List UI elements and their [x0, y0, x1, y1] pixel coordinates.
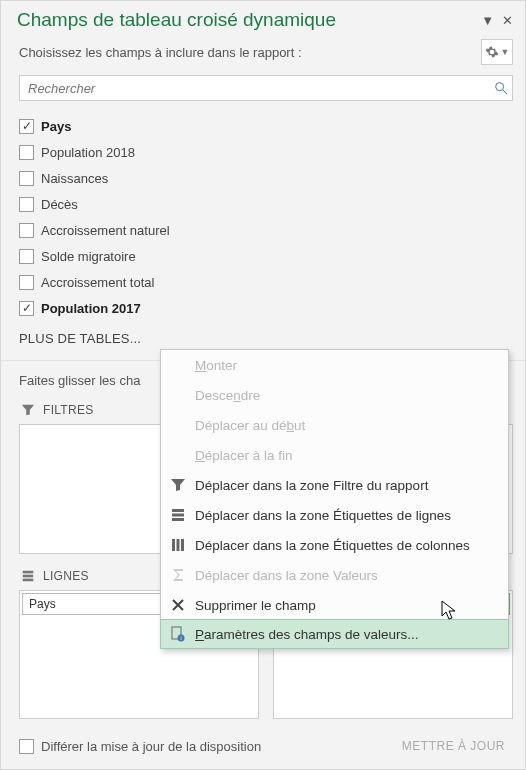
caret-down-icon: ▼: [501, 47, 510, 57]
checkbox-icon[interactable]: [19, 171, 34, 186]
defer-checkbox[interactable]: [19, 739, 34, 754]
field-item-accroissement-naturel[interactable]: Accroissement naturel: [19, 217, 513, 243]
properties-icon: i: [170, 626, 186, 642]
ctx-move-up: Monter: [161, 350, 508, 380]
ctx-value-field-settings[interactable]: iParamètres des champs de valeurs...: [160, 619, 509, 649]
context-menu: Monter Descendre Déplacer au début Dépla…: [160, 349, 509, 649]
svg-rect-8: [172, 509, 184, 512]
svg-rect-5: [23, 570, 34, 573]
close-icon[interactable]: ✕: [502, 13, 513, 28]
gear-icon: [485, 45, 499, 59]
rows-icon: [170, 507, 186, 523]
ctx-move-down: Descendre: [161, 380, 508, 410]
checkbox-icon[interactable]: [19, 301, 34, 316]
ctx-move-end: Déplacer à la fin: [161, 440, 508, 470]
field-item-population-2018[interactable]: Population 2018: [19, 139, 513, 165]
svg-rect-11: [172, 539, 175, 551]
subtitle-row: Choisissez les champs à inclure dans le …: [1, 31, 525, 71]
search-box: [19, 75, 513, 101]
svg-line-1: [503, 90, 507, 94]
checkbox-icon[interactable]: [19, 197, 34, 212]
update-button[interactable]: METTRE À JOUR: [394, 735, 513, 757]
ctx-move-begin: Déplacer au début: [161, 410, 508, 440]
search-row: [1, 71, 525, 107]
pane-controls: ▼ ✕: [481, 13, 513, 28]
defer-label: Différer la mise à jour de la dispositio…: [41, 739, 394, 754]
search-icon[interactable]: [490, 80, 512, 96]
columns-icon: [170, 537, 186, 553]
ctx-move-row-labels[interactable]: Déplacer dans la zone Étiquettes de lign…: [161, 500, 508, 530]
subtitle-text: Choisissez les champs à inclure dans le …: [19, 45, 481, 60]
svg-point-0: [496, 83, 504, 91]
footer: Différer la mise à jour de la dispositio…: [1, 727, 525, 769]
field-item-pays[interactable]: Pays: [19, 113, 513, 139]
funnel-icon: [170, 477, 186, 493]
svg-rect-7: [23, 578, 34, 581]
checkbox-icon[interactable]: [19, 249, 34, 264]
checkbox-icon[interactable]: [19, 223, 34, 238]
x-icon: [170, 597, 186, 613]
svg-text:i: i: [180, 635, 181, 641]
svg-rect-9: [172, 514, 184, 517]
ctx-remove-field[interactable]: Supprimer le champ: [161, 590, 508, 620]
header: Champs de tableau croisé dynamique ▼ ✕: [1, 1, 525, 31]
svg-rect-6: [23, 574, 34, 577]
ctx-move-col-labels[interactable]: Déplacer dans la zone Étiquettes de colo…: [161, 530, 508, 560]
sigma-icon: [170, 567, 186, 583]
pane-title: Champs de tableau croisé dynamique: [17, 9, 481, 31]
funnel-icon: [21, 403, 35, 417]
field-item-accroissement-total[interactable]: Accroissement total: [19, 269, 513, 295]
field-item-population-2017[interactable]: Population 2017: [19, 295, 513, 321]
svg-rect-12: [177, 539, 180, 551]
checkbox-icon[interactable]: [19, 119, 34, 134]
search-input[interactable]: [20, 81, 490, 96]
checkbox-icon[interactable]: [19, 275, 34, 290]
dropdown-icon[interactable]: ▼: [481, 13, 494, 28]
field-item-naissances[interactable]: Naissances: [19, 165, 513, 191]
rows-icon: [21, 569, 35, 583]
svg-rect-13: [181, 539, 184, 551]
field-item-solde-migratoire[interactable]: Solde migratoire: [19, 243, 513, 269]
svg-rect-10: [172, 518, 184, 521]
settings-button[interactable]: ▼: [481, 39, 513, 65]
checkbox-icon[interactable]: [19, 145, 34, 160]
field-list: Pays Population 2018 Naissances Décès Ac…: [1, 107, 525, 321]
ctx-move-values: Déplacer dans la zone Valeurs: [161, 560, 508, 590]
ctx-move-filter[interactable]: Déplacer dans la zone Filtre du rapport: [161, 470, 508, 500]
field-item-deces[interactable]: Décès: [19, 191, 513, 217]
